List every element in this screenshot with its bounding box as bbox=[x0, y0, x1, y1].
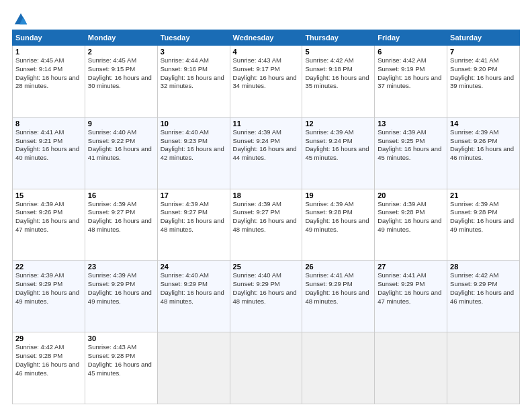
sunrise-label: Sunrise: 4:41 AM bbox=[450, 56, 498, 64]
sunset-label: Sunset: 9:27 PM bbox=[233, 208, 280, 216]
logo bbox=[12, 12, 28, 24]
calendar-day-cell: 29 Sunrise: 4:42 AM Sunset: 9:28 PM Dayl… bbox=[13, 332, 85, 404]
day-number: 20 bbox=[378, 191, 444, 199]
day-number: 13 bbox=[378, 120, 444, 128]
day-info: Sunrise: 4:44 AM Sunset: 9:16 PM Dayligh… bbox=[161, 56, 227, 91]
sunset-label: Sunset: 9:25 PM bbox=[378, 137, 425, 144]
day-number: 1 bbox=[15, 48, 82, 56]
day-number: 11 bbox=[233, 120, 300, 128]
day-number: 14 bbox=[450, 120, 517, 128]
sunrise-label: Sunrise: 4:39 AM bbox=[378, 128, 426, 136]
day-number: 15 bbox=[15, 191, 82, 199]
calendar-day-cell: 6 Sunrise: 4:42 AM Sunset: 9:19 PM Dayli… bbox=[375, 46, 447, 118]
daylight-label: Daylight: 16 hours and 41 minutes. bbox=[88, 145, 152, 161]
day-info: Sunrise: 4:39 AM Sunset: 9:27 PM Dayligh… bbox=[233, 200, 300, 234]
day-number: 30 bbox=[88, 334, 154, 342]
weekday-header-friday: Friday bbox=[375, 30, 447, 46]
calendar-day-cell: 18 Sunrise: 4:39 AM Sunset: 9:27 PM Dayl… bbox=[230, 189, 302, 261]
day-info: Sunrise: 4:39 AM Sunset: 9:28 PM Dayligh… bbox=[378, 200, 444, 234]
sunset-label: Sunset: 9:14 PM bbox=[15, 65, 62, 73]
calendar-day-cell: 21 Sunrise: 4:39 AM Sunset: 9:28 PM Dayl… bbox=[447, 189, 520, 261]
daylight-label: Daylight: 16 hours and 37 minutes. bbox=[378, 74, 441, 90]
sunset-label: Sunset: 9:29 PM bbox=[161, 280, 208, 287]
sunrise-label: Sunrise: 4:45 AM bbox=[15, 56, 64, 64]
day-number: 27 bbox=[378, 263, 444, 271]
calendar-day-cell: 11 Sunrise: 4:39 AM Sunset: 9:24 PM Dayl… bbox=[230, 117, 302, 189]
calendar-day-cell bbox=[375, 332, 447, 404]
sunset-label: Sunset: 9:16 PM bbox=[161, 65, 208, 73]
daylight-label: Daylight: 16 hours and 49 minutes. bbox=[88, 289, 152, 305]
sunrise-label: Sunrise: 4:39 AM bbox=[15, 271, 64, 279]
day-number: 17 bbox=[161, 191, 227, 199]
day-info: Sunrise: 4:41 AM Sunset: 9:21 PM Dayligh… bbox=[15, 128, 82, 163]
day-info: Sunrise: 4:40 AM Sunset: 9:22 PM Dayligh… bbox=[88, 128, 154, 163]
sunset-label: Sunset: 9:15 PM bbox=[88, 65, 135, 73]
day-number: 8 bbox=[15, 120, 82, 128]
day-number: 10 bbox=[161, 120, 227, 128]
calendar-day-cell: 7 Sunrise: 4:41 AM Sunset: 9:20 PM Dayli… bbox=[447, 46, 520, 118]
logo-icon bbox=[13, 12, 28, 27]
day-number: 16 bbox=[88, 191, 154, 199]
calendar-day-cell: 13 Sunrise: 4:39 AM Sunset: 9:25 PM Dayl… bbox=[375, 117, 447, 189]
calendar-day-cell: 5 Sunrise: 4:42 AM Sunset: 9:18 PM Dayli… bbox=[302, 46, 375, 118]
sunrise-label: Sunrise: 4:45 AM bbox=[88, 56, 136, 64]
day-info: Sunrise: 4:40 AM Sunset: 9:29 PM Dayligh… bbox=[161, 271, 227, 306]
calendar-week-row: 15 Sunrise: 4:39 AM Sunset: 9:26 PM Dayl… bbox=[13, 189, 520, 261]
sunset-label: Sunset: 9:24 PM bbox=[305, 137, 352, 144]
day-info: Sunrise: 4:41 AM Sunset: 9:29 PM Dayligh… bbox=[305, 271, 371, 306]
daylight-label: Daylight: 16 hours and 47 minutes. bbox=[15, 217, 79, 233]
day-info: Sunrise: 4:39 AM Sunset: 9:25 PM Dayligh… bbox=[378, 128, 444, 163]
daylight-label: Daylight: 16 hours and 45 minutes. bbox=[305, 145, 369, 161]
daylight-label: Daylight: 16 hours and 28 minutes. bbox=[15, 74, 79, 90]
daylight-label: Daylight: 16 hours and 32 minutes. bbox=[161, 74, 224, 90]
sunrise-label: Sunrise: 4:42 AM bbox=[450, 271, 498, 279]
calendar-day-cell: 30 Sunrise: 4:43 AM Sunset: 9:28 PM Dayl… bbox=[85, 332, 157, 404]
sunrise-label: Sunrise: 4:42 AM bbox=[305, 56, 353, 64]
day-number: 28 bbox=[450, 263, 517, 271]
sunset-label: Sunset: 9:28 PM bbox=[15, 352, 62, 359]
calendar-day-cell: 24 Sunrise: 4:40 AM Sunset: 9:29 PM Dayl… bbox=[157, 261, 230, 332]
weekday-header-wednesday: Wednesday bbox=[230, 30, 302, 46]
calendar-day-cell: 16 Sunrise: 4:39 AM Sunset: 9:27 PM Dayl… bbox=[85, 189, 157, 261]
sunrise-label: Sunrise: 4:43 AM bbox=[233, 56, 281, 64]
calendar-day-cell bbox=[230, 332, 302, 404]
day-info: Sunrise: 4:45 AM Sunset: 9:15 PM Dayligh… bbox=[88, 56, 154, 91]
day-info: Sunrise: 4:42 AM Sunset: 9:28 PM Dayligh… bbox=[15, 343, 82, 377]
sunset-label: Sunset: 9:18 PM bbox=[305, 65, 352, 73]
calendar-day-cell: 27 Sunrise: 4:41 AM Sunset: 9:29 PM Dayl… bbox=[375, 261, 447, 332]
day-info: Sunrise: 4:41 AM Sunset: 9:29 PM Dayligh… bbox=[378, 271, 444, 306]
weekday-header-monday: Monday bbox=[85, 30, 157, 46]
sunset-label: Sunset: 9:28 PM bbox=[305, 208, 352, 216]
sunrise-label: Sunrise: 4:39 AM bbox=[161, 200, 209, 208]
daylight-label: Daylight: 16 hours and 35 minutes. bbox=[305, 74, 369, 90]
day-number: 24 bbox=[161, 263, 227, 271]
sunset-label: Sunset: 9:17 PM bbox=[233, 65, 280, 73]
sunset-label: Sunset: 9:27 PM bbox=[161, 208, 208, 216]
sunset-label: Sunset: 9:26 PM bbox=[15, 208, 62, 216]
sunset-label: Sunset: 9:28 PM bbox=[450, 208, 497, 216]
day-number: 4 bbox=[233, 48, 300, 56]
sunset-label: Sunset: 9:29 PM bbox=[88, 280, 135, 287]
calendar-day-cell: 2 Sunrise: 4:45 AM Sunset: 9:15 PM Dayli… bbox=[85, 46, 157, 118]
daylight-label: Daylight: 16 hours and 30 minutes. bbox=[88, 74, 152, 90]
sunrise-label: Sunrise: 4:39 AM bbox=[450, 200, 498, 208]
day-info: Sunrise: 4:39 AM Sunset: 9:28 PM Dayligh… bbox=[450, 200, 517, 234]
daylight-label: Daylight: 16 hours and 48 minutes. bbox=[233, 289, 297, 305]
daylight-label: Daylight: 16 hours and 45 minutes. bbox=[88, 361, 152, 377]
calendar-day-cell: 3 Sunrise: 4:44 AM Sunset: 9:16 PM Dayli… bbox=[157, 46, 230, 118]
calendar-day-cell: 12 Sunrise: 4:39 AM Sunset: 9:24 PM Dayl… bbox=[302, 117, 375, 189]
weekday-header-tuesday: Tuesday bbox=[157, 30, 230, 46]
daylight-label: Daylight: 16 hours and 49 minutes. bbox=[378, 217, 441, 233]
calendar-week-row: 22 Sunrise: 4:39 AM Sunset: 9:29 PM Dayl… bbox=[13, 261, 520, 332]
calendar-day-cell: 4 Sunrise: 4:43 AM Sunset: 9:17 PM Dayli… bbox=[230, 46, 302, 118]
sunset-label: Sunset: 9:21 PM bbox=[15, 137, 62, 144]
daylight-label: Daylight: 16 hours and 46 minutes. bbox=[450, 145, 514, 161]
daylight-label: Daylight: 16 hours and 47 minutes. bbox=[378, 289, 441, 305]
day-info: Sunrise: 4:42 AM Sunset: 9:29 PM Dayligh… bbox=[450, 271, 517, 306]
sunrise-label: Sunrise: 4:39 AM bbox=[233, 128, 281, 136]
day-number: 21 bbox=[450, 191, 517, 199]
sunrise-label: Sunrise: 4:39 AM bbox=[450, 128, 498, 136]
sunset-label: Sunset: 9:28 PM bbox=[88, 352, 135, 359]
calendar-day-cell bbox=[447, 332, 520, 404]
daylight-label: Daylight: 16 hours and 42 minutes. bbox=[161, 145, 224, 161]
